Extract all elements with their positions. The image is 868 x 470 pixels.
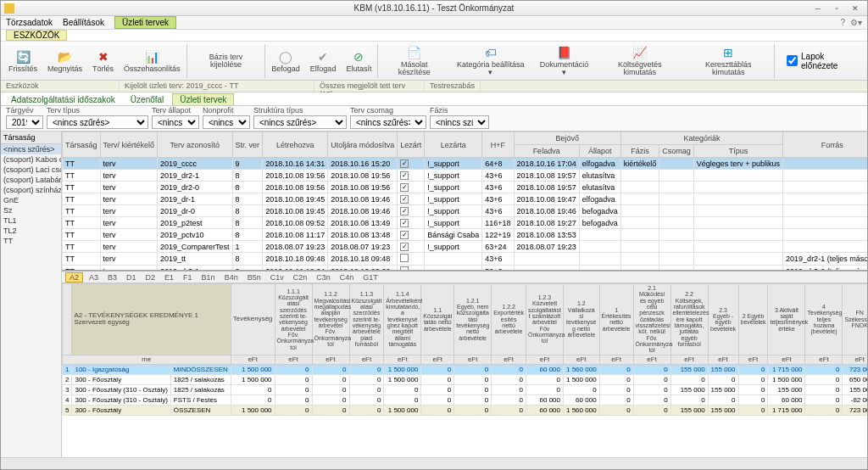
- company-tree-panel: Társaság <nincs szűrés>(csoport) Kabos c…: [1, 131, 62, 457]
- filter-plan-package[interactable]: <nincs szűrés>: [350, 115, 426, 129]
- menu-torzsadatok[interactable]: Törzsadatok: [6, 18, 53, 27]
- reject-icon: ⊘: [351, 49, 366, 64]
- compare-button[interactable]: 📊Összehasonlítás: [121, 48, 183, 75]
- data-sheet[interactable]: A2 - TEVÉKENYSÉGEK EREDMÉNYE 1Szervezeti…: [62, 283, 867, 457]
- minimize-button[interactable]: ─: [810, 3, 826, 14]
- open-button[interactable]: 📂Megnyitás: [45, 48, 85, 75]
- folder-open-icon: 📂: [58, 49, 73, 64]
- crosstab-button[interactable]: ⊞Kereszttáblás kimutatás: [686, 43, 771, 78]
- menu-uzleti-tervek[interactable]: Üzleti tervek: [114, 16, 176, 29]
- sheet-row[interactable]: 3300 - Főosztály (310 - Osztály)1825 / s…: [63, 385, 868, 395]
- document-icon: 📕: [557, 45, 572, 60]
- customize-label: Testreszabás: [425, 81, 481, 92]
- tab-adatszolgaltatas[interactable]: Adatszolgáltatási időszakok: [4, 94, 122, 105]
- ribbon-group-label-tools: Eszközök: [1, 81, 120, 92]
- check-icon: ✔: [315, 49, 331, 64]
- filter-nonprofit[interactable]: <nincs szűrés>: [203, 115, 250, 129]
- sheet-tab[interactable]: B3: [104, 273, 120, 282]
- refresh-button[interactable]: 🔄Frissítés: [6, 48, 40, 75]
- budget-button[interactable]: 📈Költségvetés kimutatás: [598, 43, 681, 78]
- plan-row[interactable]: TTterv2019_tt82018.10.18 09:482018.10.18…: [63, 253, 868, 266]
- filter-structure-type[interactable]: <nincs szűrés>: [253, 115, 347, 129]
- selected-plan-label: Kijelölt üzleti terv: 2019_cccc - TT: [120, 81, 314, 92]
- window-title: KBM (v18.10.16.11) - Teszt Önkormányzat: [354, 3, 515, 13]
- plan-row[interactable]: TTterv2019_p2test82018.10.08 09:522018.1…: [63, 217, 868, 229]
- sheet-tabs: A2A3B3D1D2E1F1B1nB4nB5nC1vC2nC3nC4nG1T: [62, 271, 867, 283]
- plan-row[interactable]: TTterv2019_dr2-182018.10.08 19:562018.10…: [63, 170, 868, 182]
- sheet-tab[interactable]: B4n: [221, 273, 242, 282]
- sheet-tab[interactable]: C3n: [313, 273, 334, 282]
- delete-button[interactable]: ✖Törlés: [90, 48, 116, 75]
- sheet-tab[interactable]: B1n: [198, 273, 219, 282]
- company-tree-item[interactable]: (csoport) Laci csoport: [1, 165, 61, 175]
- refresh-icon: 🔄: [15, 49, 31, 64]
- accept-button[interactable]: ◯Befogad: [269, 48, 303, 75]
- sheet-tab[interactable]: A2: [65, 272, 83, 283]
- plans-grid[interactable]: TársaságTerv/ kiértékelőTerv azonosítóSt…: [62, 131, 867, 271]
- filter-plan-type[interactable]: <nincs szűrés>: [47, 115, 148, 129]
- sheet-tab[interactable]: B5n: [244, 273, 264, 282]
- company-tree-item[interactable]: (csoport) színházak nagy...: [1, 185, 61, 195]
- plan-row[interactable]: TTterv2019_cccc92018.10.16 14:312018.10.…: [63, 158, 868, 170]
- company-tree-header: Társaság: [1, 131, 61, 144]
- tab-uzleti-tervek[interactable]: Üzleti tervek: [172, 93, 234, 105]
- company-tree-item[interactable]: TL2: [1, 226, 61, 236]
- sheet-tab[interactable]: D2: [142, 273, 159, 282]
- menu-beallitasok[interactable]: Beállítások: [63, 18, 104, 27]
- sheet-row[interactable]: 1100 - IgazgatóságMINDÖSSZESEN1 500 0000…: [63, 365, 868, 375]
- category-icon: 🏷: [483, 45, 498, 60]
- plan-row[interactable]: TTterv2019_ComparerTest12018.08.07 19:23…: [63, 241, 868, 253]
- plan-row[interactable]: TTterv2019_pctv1082018.10.08 11:172018.1…: [63, 229, 868, 241]
- sheet-row[interactable]: 5300 - FőosztályÖSSZESEN1 500 0000001 50…: [63, 406, 868, 416]
- company-tree-item[interactable]: (csoport) Latabár Csoport: [1, 175, 61, 185]
- budget-icon: 📈: [632, 45, 648, 60]
- category-button[interactable]: 🏷Kategória beállítása ▾: [452, 43, 529, 78]
- statusbar: [1, 457, 867, 469]
- preview-checkbox[interactable]: Lapok előnézete: [787, 52, 862, 70]
- documentation-button[interactable]: 📕Dokumentáció ▾: [535, 43, 594, 78]
- sheet-row[interactable]: 4300 - Főosztály (310 - Osztály)FSTS / F…: [63, 395, 868, 406]
- plan-row[interactable]: TTterv2019_dr-182018.10.08 19:452018.10.…: [63, 193, 868, 205]
- company-tree-item[interactable]: (csoport) Kabos csoport: [1, 154, 61, 165]
- sheet-tab[interactable]: F1: [180, 273, 196, 282]
- sheet-tab[interactable]: A3: [86, 273, 102, 282]
- basic-plan-button[interactable]: Bázis terv kijelölése: [191, 52, 262, 70]
- titlebar: KBM (v18.10.16.11) - Teszt Önkormányzat …: [1, 1, 867, 16]
- crosstab-icon: ⊞: [721, 45, 736, 60]
- company-tree-item[interactable]: TT: [1, 236, 61, 246]
- sheet-tab[interactable]: G1T: [359, 273, 381, 282]
- sheet-tab[interactable]: C1v: [267, 273, 287, 282]
- ribbon-tab-eszkozok[interactable]: ESZKÖZÖK: [6, 30, 67, 41]
- copy-button[interactable]: 📄Másolat készítése: [381, 43, 447, 78]
- all-marked-label: Összes megjelölt tett terv (15): [314, 81, 425, 92]
- tab-uzenofal[interactable]: Üzenőfal: [124, 94, 170, 105]
- compare-icon: 📊: [144, 49, 159, 64]
- filter-bar: Tárgyév2019 Terv típus<nincs szűrés> Ter…: [1, 106, 867, 131]
- delete-icon: ✖: [96, 49, 111, 64]
- sheet-tab[interactable]: C4n: [337, 273, 358, 282]
- plan-row[interactable]: TTterv2019_dr-082018.10.08 19:452018.10.…: [63, 205, 868, 217]
- reject-button[interactable]: ⊘Elutasít: [343, 48, 374, 75]
- sheet-tab[interactable]: E1: [161, 273, 177, 282]
- plan-row[interactable]: TTterv2019_dr3-182018.10.11 19:242018.10…: [63, 266, 868, 272]
- maximize-button[interactable]: ▫: [828, 3, 845, 14]
- filter-phase[interactable]: <nincs szűrés>: [430, 115, 489, 129]
- close-button[interactable]: ✕: [847, 3, 864, 14]
- sheet-tab[interactable]: D1: [123, 273, 140, 282]
- company-tree-item[interactable]: Sz: [1, 205, 61, 215]
- ribbon: 🔄Frissítés 📂Megnyitás ✖Törlés 📊Összehaso…: [1, 42, 867, 81]
- company-tree-item[interactable]: GnE: [1, 195, 61, 205]
- plan-row[interactable]: TTterv2019_dr2-082018.10.08 19:562018.10…: [63, 182, 868, 193]
- sheet-tab[interactable]: C2n: [290, 273, 311, 282]
- sheet-row[interactable]: 2300 - Főosztály1825 / salakozás1 500 00…: [63, 375, 868, 385]
- filter-plan-state[interactable]: <nincs szűrés>: [152, 115, 199, 129]
- approve-button[interactable]: ✔Elfogad: [308, 48, 339, 75]
- help-icon[interactable]: ?: [840, 18, 845, 27]
- menubar: Törzsadatok Beállítások Üzleti tervek ? …: [1, 16, 867, 30]
- app-icon: [4, 3, 14, 14]
- copy-icon: 📄: [407, 45, 422, 60]
- filter-year[interactable]: 2019: [6, 115, 43, 129]
- company-tree-item[interactable]: TL1: [1, 215, 61, 226]
- company-tree-item[interactable]: <nincs szűrés>: [1, 144, 61, 154]
- settings-dropdown-icon[interactable]: ⚙▾: [850, 18, 862, 27]
